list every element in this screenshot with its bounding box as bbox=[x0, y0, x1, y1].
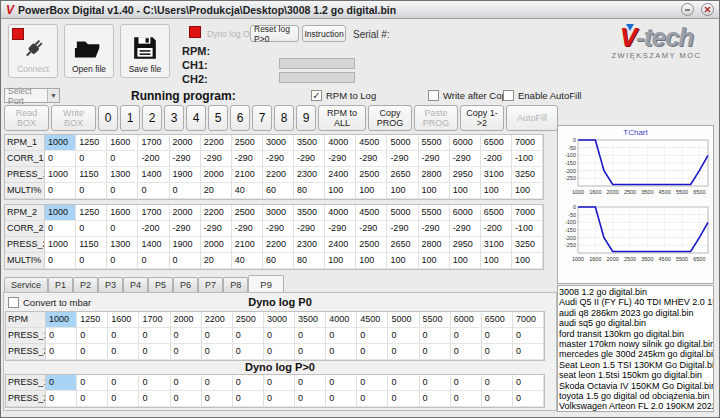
table-cell[interactable]: 6500 bbox=[482, 312, 513, 328]
table-cell[interactable]: 100 bbox=[419, 253, 450, 269]
table-cell[interactable]: 4500 bbox=[356, 135, 387, 151]
ch2-value-field[interactable] bbox=[279, 72, 355, 83]
connect-button[interactable]: Connect bbox=[8, 24, 58, 78]
table-cell[interactable]: 0 bbox=[513, 391, 544, 407]
table-cell[interactable]: 1300 bbox=[107, 167, 138, 183]
table-cell[interactable]: 20 bbox=[201, 183, 232, 199]
program-number-button[interactable]: 1 bbox=[120, 105, 140, 131]
instruction-button[interactable]: Instruction bbox=[302, 25, 346, 42]
table-cell[interactable]: 0 bbox=[295, 375, 326, 391]
table-cell[interactable]: 2400 bbox=[325, 237, 356, 253]
table-cell[interactable]: 0 bbox=[420, 328, 451, 344]
table-cell[interactable]: 6000 bbox=[450, 205, 481, 221]
table-cell[interactable]: -290 bbox=[450, 151, 481, 167]
tab[interactable]: P5 bbox=[148, 277, 173, 292]
table-cell[interactable]: 0 bbox=[388, 391, 419, 407]
tab[interactable]: P1 bbox=[48, 277, 73, 292]
table-cell[interactable]: 6000 bbox=[450, 135, 481, 151]
table-cell[interactable]: 0 bbox=[76, 253, 107, 269]
table-cell[interactable]: -290 bbox=[294, 221, 325, 237]
table-cell[interactable]: 1250 bbox=[76, 205, 107, 221]
table-cell[interactable]: 0 bbox=[170, 183, 201, 199]
tab[interactable]: P8 bbox=[223, 277, 248, 292]
rpm-to-log-checkbox[interactable]: ✓ RPM to Log bbox=[311, 90, 376, 101]
table-cell[interactable]: 0 bbox=[264, 391, 295, 407]
program-number-button[interactable]: 9 bbox=[296, 105, 316, 131]
table-cell[interactable]: 0 bbox=[45, 151, 76, 167]
table-cell[interactable]: 100 bbox=[512, 183, 543, 199]
table-cell[interactable]: 2950 bbox=[450, 237, 481, 253]
table-cell[interactable]: 0 bbox=[107, 183, 138, 199]
table-cell[interactable]: 0 bbox=[513, 344, 544, 360]
table-cell[interactable]: 100 bbox=[450, 253, 481, 269]
table-cell[interactable]: 1250 bbox=[76, 135, 107, 151]
table-cell[interactable]: 0 bbox=[108, 328, 139, 344]
program-number-button[interactable]: 7 bbox=[252, 105, 272, 131]
table-cell[interactable]: -290 bbox=[387, 221, 418, 237]
table-cell[interactable]: 0 bbox=[264, 344, 295, 360]
table-cell[interactable]: 5000 bbox=[387, 205, 418, 221]
table-cell[interactable]: 3100 bbox=[481, 167, 512, 183]
table-cell[interactable]: 2100 bbox=[232, 237, 263, 253]
table-cell[interactable]: -100 bbox=[512, 221, 543, 237]
table-cell[interactable]: 0 bbox=[451, 391, 482, 407]
table-cell[interactable]: 2200 bbox=[263, 237, 294, 253]
table-cell[interactable]: 5000 bbox=[387, 135, 418, 151]
table-cell[interactable]: 100 bbox=[481, 253, 512, 269]
table-cell[interactable]: 2650 bbox=[387, 237, 418, 253]
table-cell[interactable]: 0 bbox=[45, 183, 76, 199]
table-cell[interactable]: -200 bbox=[481, 221, 512, 237]
table-cell[interactable]: -290 bbox=[356, 151, 387, 167]
table-cell[interactable]: -290 bbox=[356, 221, 387, 237]
select-port-dropdown[interactable]: Select Port ▼ bbox=[4, 88, 60, 103]
table-cell[interactable]: 1400 bbox=[138, 167, 169, 183]
table-cell[interactable]: 0 bbox=[357, 391, 388, 407]
table-cell[interactable]: 3000 bbox=[263, 135, 294, 151]
program-number-button[interactable]: 0 bbox=[98, 105, 118, 131]
table-cell[interactable]: 1300 bbox=[107, 237, 138, 253]
table-cell[interactable]: 2500 bbox=[233, 312, 264, 328]
table-cell[interactable]: 0 bbox=[76, 183, 107, 199]
reset-log-button[interactable]: Reset log P>0 bbox=[250, 25, 299, 42]
table-cell[interactable]: 1900 bbox=[170, 167, 201, 183]
table-cell[interactable]: 1000 bbox=[45, 237, 76, 253]
write-box-button[interactable]: Write BOX bbox=[51, 105, 96, 131]
table-cell[interactable]: 3000 bbox=[264, 312, 295, 328]
table-cell[interactable]: 0 bbox=[138, 253, 169, 269]
table-cell[interactable]: 0 bbox=[202, 375, 233, 391]
table-cell[interactable]: 0 bbox=[388, 328, 419, 344]
program-number-button[interactable]: 6 bbox=[230, 105, 250, 131]
table-cell[interactable]: 6000 bbox=[451, 312, 482, 328]
file-list-item[interactable]: Skoda Octavia IV 150KM Go Digital.bin bbox=[559, 381, 713, 391]
table-cell[interactable]: 7000 bbox=[512, 135, 543, 151]
table-cell[interactable]: 1250 bbox=[77, 312, 108, 328]
tab[interactable]: Service bbox=[4, 277, 48, 292]
table-cell[interactable]: -290 bbox=[201, 221, 232, 237]
table-cell[interactable]: 0 bbox=[139, 328, 170, 344]
table-cell[interactable]: 100 bbox=[325, 183, 356, 199]
table-cell[interactable]: 2400 bbox=[325, 167, 356, 183]
copy-1-to-2-button[interactable]: Copy 1->2 bbox=[460, 105, 504, 131]
tab[interactable]: P9 bbox=[248, 275, 284, 292]
table-cell[interactable]: -290 bbox=[263, 151, 294, 167]
table-cell[interactable]: 0 bbox=[482, 391, 513, 407]
table-cell[interactable]: 2800 bbox=[419, 237, 450, 253]
table-cell[interactable]: 2200 bbox=[202, 312, 233, 328]
table-cell[interactable]: 0 bbox=[138, 183, 169, 199]
table-cell[interactable]: 1150 bbox=[76, 167, 107, 183]
table-cell[interactable]: 0 bbox=[202, 391, 233, 407]
rpm-to-all-button[interactable]: RPM to ALL bbox=[318, 105, 366, 131]
table-cell[interactable]: 0 bbox=[108, 375, 139, 391]
table-cell[interactable]: 2000 bbox=[201, 167, 232, 183]
table-cell[interactable]: 0 bbox=[233, 375, 264, 391]
enable-autofill-checkbox[interactable]: Enable AutoFill bbox=[503, 90, 581, 101]
table-cell[interactable]: 0 bbox=[107, 151, 138, 167]
table-cell[interactable]: -200 bbox=[138, 151, 169, 167]
table-cell[interactable]: 0 bbox=[357, 375, 388, 391]
save-file-button[interactable]: Save file bbox=[120, 24, 170, 78]
table-cell[interactable]: 0 bbox=[326, 391, 357, 407]
table-cell[interactable]: 5500 bbox=[420, 312, 451, 328]
table-cell[interactable]: 1000 bbox=[45, 167, 76, 183]
table-cell[interactable]: 0 bbox=[264, 328, 295, 344]
table-cell[interactable]: 1400 bbox=[138, 237, 169, 253]
